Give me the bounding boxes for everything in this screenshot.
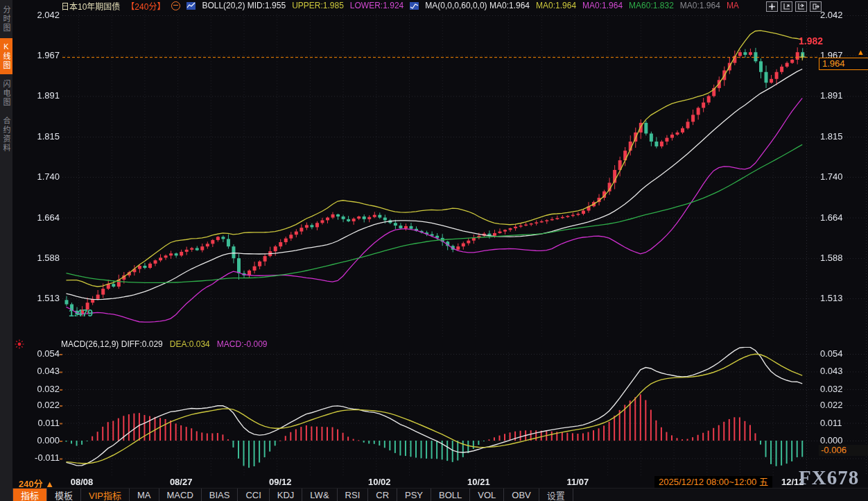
y-axis-label: 2.042 (820, 10, 863, 20)
y-axis-label: 1.664 (19, 212, 60, 223)
y-axis-label: 0.043 (820, 366, 863, 376)
x-axis-label: 09/12 (258, 477, 302, 487)
x-axis-label: 08/27 (159, 477, 203, 487)
x-axis-label: 11/07 (555, 477, 600, 487)
circle-minus-icon[interactable] (171, 1, 180, 10)
y-axis-label: 0.000 (820, 435, 863, 445)
toolbar-item-cci[interactable]: CCI (238, 489, 269, 501)
y-axis-label: 0.032 (820, 384, 863, 394)
y-axis-label: 0.054 (19, 348, 60, 359)
y-axis-label: 0.054 (820, 348, 863, 359)
price-up-arrow-icon: ▲ (857, 48, 865, 56)
y-axis-label: 0.043 (19, 366, 60, 376)
window-controls (766, 1, 822, 12)
y-axis-label: 1.967 (19, 50, 60, 60)
toolbar-item-lwr[interactable]: LW& (302, 489, 337, 501)
period-label[interactable]: 【240分】 (126, 0, 165, 12)
y-axis-label: 1.740 (19, 171, 60, 182)
ma-label: MA(0,0,0,60,0,0) MA0:1.964 (425, 1, 530, 10)
toolbar-item-boll[interactable]: BOLL (431, 489, 470, 501)
y-axis-label: 0.032 (19, 384, 60, 394)
toolbar-item-shezhi[interactable]: 设置 (539, 489, 573, 501)
toolbar-item-kdj[interactable]: KDJ (270, 489, 303, 501)
brand-watermark: FX678 (799, 466, 859, 489)
macd-label: MACD(26,12,9) DIFF:0.029 (61, 339, 163, 349)
y-axis-label: 0.000 (19, 435, 60, 445)
ma-value-red: MA (727, 1, 739, 10)
y-axis-label: 1.588 (820, 253, 863, 263)
y-axis-label: 0.011 (19, 418, 60, 428)
y-axis-label: 2.042 (19, 10, 60, 20)
scale-up-icon[interactable] (781, 1, 792, 12)
low-price-marker: 1.479 (69, 307, 93, 319)
boll-upper-value: UPPER:1.985 (292, 1, 344, 10)
session-time-label: 2025/12/12 08:00~12:00 五 (654, 476, 772, 488)
toolbar-item-obv[interactable]: OBV (504, 489, 539, 501)
candlestick-chart[interactable] (0, 0, 868, 501)
sidebar-item-timeshare[interactable]: 分时图 (0, 1, 12, 37)
toolbar-item-rsi[interactable]: RSI (338, 489, 369, 501)
scale-right-icon[interactable] (795, 1, 807, 12)
toolbar-item-zhibiao[interactable]: 指标 (12, 489, 47, 501)
ma-chart-icon[interactable] (410, 2, 419, 10)
toolbar-item-macd[interactable]: MACD (159, 489, 202, 501)
y-axis-label: 1.664 (820, 212, 863, 223)
current-macd-tag: -0.006 (819, 445, 868, 456)
sidebar-item-lightning[interactable]: 闪电图 (0, 76, 12, 111)
boll-label: BOLL(20,2) MID:1.955 (202, 1, 286, 10)
x-axis-label: 08/08 (60, 477, 104, 487)
boll-lower-value: LOWER:1.924 (350, 1, 403, 10)
sidebar-item-contract-info[interactable]: 合约资料 (0, 112, 12, 157)
app-window: 分时图 K线图 闪电图 合约资料 日本10年期国债 【240分】 BOLL(20… (0, 0, 868, 501)
sidebar-item-kline[interactable]: K线图 (0, 38, 12, 74)
toolbar-item-bias[interactable]: BIAS (202, 489, 238, 501)
ma-value-magenta: MA0:1.964 (582, 1, 623, 10)
y-axis-label: 1.891 (19, 90, 60, 101)
ma-value-yellow: MA0:1.964 (536, 1, 576, 10)
toolbar-item-psy[interactable]: PSY (397, 489, 431, 501)
x-axis-label: 10/02 (357, 477, 401, 487)
live-dot-icon[interactable] (14, 339, 25, 350)
current-price-tag: 1.964 (819, 58, 868, 70)
toolbar-item-vol[interactable]: VOL (470, 489, 504, 501)
y-axis-label: 1.513 (820, 293, 863, 303)
indicator-header: 日本10年期国债 【240分】 BOLL(20,2) MID:1.955 UPP… (61, 1, 739, 10)
macd-value: MACD:-0.009 (217, 339, 268, 349)
y-axis-label: 1.740 (820, 171, 863, 182)
y-axis-label: -0.011 (19, 452, 60, 463)
instrument-title: 日本10年期国债 (61, 0, 120, 12)
high-price-marker: 1.982 (799, 35, 823, 46)
y-axis-label: 1.891 (820, 90, 863, 101)
y-axis-label: 1.513 (19, 293, 60, 303)
ma60-value: MA60:1.832 (629, 1, 674, 10)
x-axis-label: 10/21 (456, 477, 501, 487)
ma-value-gray: MA0:1.964 (680, 1, 720, 10)
y-axis-label: 1.815 (820, 131, 863, 142)
toolbar-item-ma[interactable]: MA (130, 489, 159, 501)
toolbar-item-cr[interactable]: CR (368, 489, 397, 501)
boll-chart-icon[interactable] (186, 2, 196, 10)
y-axis-label: 0.022 (820, 400, 863, 410)
macd-header: MACD(26,12,9) DIFF:0.029 DEA:0.034 MACD:… (61, 339, 268, 349)
toolbar-item-vip[interactable]: VIP指标 (81, 489, 130, 501)
indicator-toolbar: 指标模板VIP指标MAMACDBIASCCIKDJLW&RSICRPSYBOLL… (12, 488, 868, 501)
y-axis-label: 1.815 (19, 131, 60, 142)
y-axis-label: 0.011 (820, 418, 863, 428)
exit-icon[interactable] (810, 1, 822, 12)
dea-value: DEA:0.034 (170, 339, 210, 349)
y-axis-label: 1.588 (19, 253, 60, 263)
sidebar: 分时图 K线图 闪电图 合约资料 (0, 0, 12, 501)
toolbar-item-moban[interactable]: 模板 (47, 489, 81, 501)
y-axis-label: 0.022 (19, 400, 60, 410)
move-icon[interactable] (766, 1, 778, 12)
